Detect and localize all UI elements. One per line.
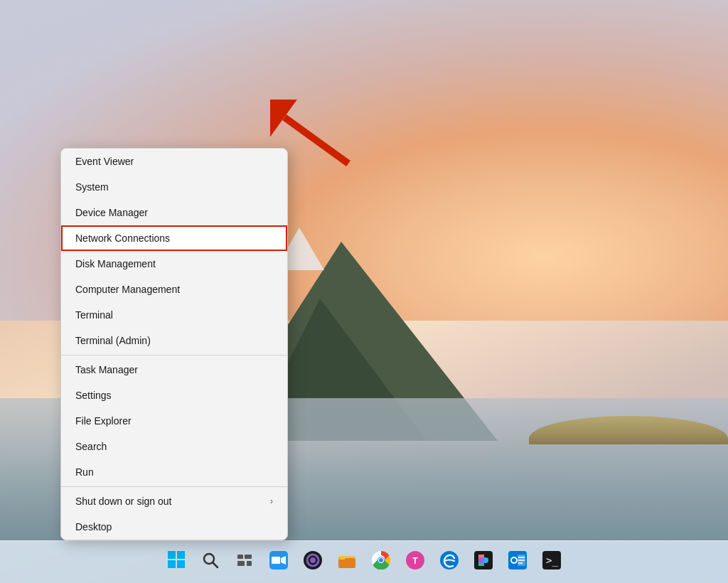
menu-item-run[interactable]: Run (61, 459, 287, 485)
edge-icon (440, 551, 459, 574)
menu-item-desktop[interactable]: Desktop (61, 514, 287, 540)
menu-item-device-manager[interactable]: Device Manager (61, 200, 287, 225)
svg-marker-13 (272, 557, 280, 564)
task-view-icon (236, 552, 253, 573)
menu-item-terminal-admin[interactable]: Terminal (Admin) (61, 328, 287, 353)
figma-icon (474, 551, 493, 574)
svg-point-17 (310, 557, 316, 563)
menu-divider (61, 355, 287, 355)
menu-divider (61, 486, 287, 487)
menu-label-terminal: Terminal (75, 309, 113, 321)
svg-line-7 (213, 562, 218, 567)
obs-icon (304, 551, 322, 574)
menu-item-terminal[interactable]: Terminal (61, 302, 287, 328)
taskbar: T >_ (0, 540, 728, 583)
menu-item-file-explorer[interactable]: File Explorer (61, 408, 287, 434)
menu-label-shut-down: Shut down or sign out (75, 496, 171, 507)
svg-rect-36 (518, 560, 525, 561)
menu-item-shut-down[interactable]: Shut down or sign out› (61, 488, 287, 514)
windows-start-icon (167, 550, 186, 574)
taskbar-icon-teams[interactable]: T (400, 547, 431, 578)
menu-item-network-connections[interactable]: Network Connections (61, 225, 287, 251)
context-menu: Event ViewerSystemDevice ManagerNetwork … (60, 148, 288, 540)
zoom-icon (269, 551, 288, 574)
svg-rect-9 (245, 555, 252, 559)
menu-label-task-manager: Task Manager (75, 364, 138, 375)
svg-text:T: T (412, 556, 418, 566)
menu-label-disk-management: Disk Management (75, 258, 156, 269)
taskbar-icon-search[interactable] (195, 547, 226, 578)
svg-rect-37 (518, 562, 523, 564)
menu-label-system: System (75, 181, 109, 193)
menu-label-terminal-admin: Terminal (Admin) (75, 335, 151, 346)
menu-label-device-manager: Device Manager (75, 207, 148, 218)
taskbar-icon-obs[interactable] (297, 547, 328, 578)
svg-point-39 (512, 558, 516, 562)
menu-item-system[interactable]: System (61, 174, 287, 200)
desktop: Event ViewerSystemDevice ManagerNetwork … (0, 0, 728, 583)
taskbar-icon-zoom[interactable] (263, 547, 294, 578)
svg-rect-20 (338, 556, 346, 560)
svg-line-1 (284, 117, 348, 164)
taskbar-icon-terminal[interactable]: >_ (536, 547, 567, 578)
menu-item-disk-management[interactable]: Disk Management (61, 251, 287, 277)
chrome-icon (372, 551, 390, 574)
menu-label-file-explorer: File Explorer (75, 415, 132, 427)
menu-label-run: Run (75, 466, 94, 478)
terminal-icon: >_ (542, 551, 561, 574)
menu-item-task-manager[interactable]: Task Manager (61, 357, 287, 383)
menu-item-computer-management[interactable]: Computer Management (61, 277, 287, 302)
taskbar-icon-outlook[interactable] (502, 547, 533, 578)
svg-rect-3 (177, 551, 185, 559)
menu-label-search: Search (75, 441, 107, 452)
svg-rect-4 (168, 560, 176, 568)
svg-rect-8 (237, 555, 243, 559)
svg-rect-19 (338, 558, 355, 568)
svg-point-32 (478, 557, 484, 563)
menu-label-desktop: Desktop (75, 521, 112, 533)
taskbar-icon-task-view[interactable] (229, 547, 260, 578)
menu-label-settings: Settings (75, 390, 112, 401)
teams-icon: T (406, 551, 424, 574)
taskbar-icon-windows-start[interactable] (161, 547, 192, 578)
menu-item-settings[interactable]: Settings (61, 383, 287, 408)
submenu-arrow-icon: › (270, 496, 273, 506)
svg-rect-2 (168, 551, 176, 559)
menu-label-network-connections: Network Connections (75, 232, 170, 244)
svg-rect-5 (177, 560, 185, 568)
taskbar-icon-edge[interactable] (434, 547, 465, 578)
outlook-icon (508, 551, 527, 574)
taskbar-icon-chrome[interactable] (365, 547, 397, 578)
svg-rect-10 (237, 561, 245, 566)
menu-label-event-viewer: Event Viewer (75, 156, 134, 167)
menu-label-computer-management: Computer Management (75, 284, 180, 295)
menu-item-search[interactable]: Search (61, 434, 287, 459)
svg-rect-11 (247, 561, 252, 566)
svg-rect-35 (518, 557, 525, 558)
menu-item-event-viewer[interactable]: Event Viewer (61, 149, 287, 174)
svg-point-24 (379, 558, 383, 562)
taskbar-icon-figma[interactable] (468, 547, 499, 578)
search-icon (202, 552, 219, 573)
taskbar-icon-file-explorer[interactable] (331, 547, 363, 578)
svg-text:>_: >_ (546, 555, 558, 567)
file-explorer-icon (338, 551, 356, 574)
